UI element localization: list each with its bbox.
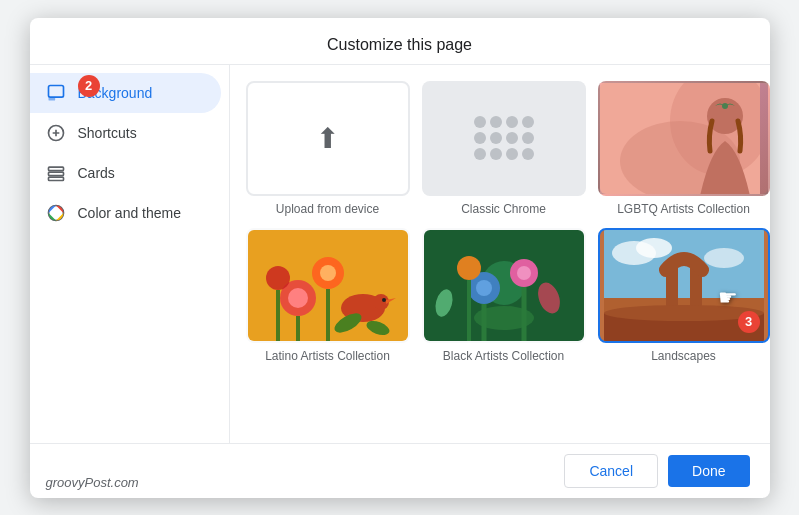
grid-item-lgbtq[interactable]: LGBTQ Artists Collection <box>598 81 770 216</box>
background-icon <box>46 83 66 103</box>
svg-point-32 <box>517 266 531 280</box>
svg-rect-5 <box>48 177 63 180</box>
background-badge: 2 <box>78 75 100 97</box>
grid-item-latino[interactable]: Latino Artists Collection <box>246 228 410 363</box>
upload-thumb: ⬆ <box>246 81 410 196</box>
customize-dialog: Customize this page Background 2 <box>30 18 770 498</box>
svg-rect-1 <box>48 97 55 100</box>
dialog-title: Customize this page <box>30 18 770 65</box>
sidebar: Background 2 Shortcuts <box>30 65 230 443</box>
sidebar-item-background[interactable]: Background 2 <box>30 73 221 113</box>
sidebar-item-cards[interactable]: Cards <box>30 153 221 193</box>
upload-label: Upload from device <box>276 202 379 216</box>
svg-rect-4 <box>48 172 63 175</box>
svg-point-44 <box>704 248 744 268</box>
latino-thumb <box>246 228 410 343</box>
svg-rect-0 <box>48 85 63 97</box>
grid-item-upload[interactable]: ⬆ Upload from device <box>246 81 410 216</box>
svg-point-33 <box>457 256 481 280</box>
shortcuts-icon <box>46 123 66 143</box>
grid-item-black-artists[interactable]: Black Artists Collection <box>422 228 586 363</box>
svg-point-43 <box>636 238 672 258</box>
dialog-footer: Cancel Done <box>30 443 770 498</box>
upload-icon: ⬆ <box>316 122 339 155</box>
classic-chrome-thumb <box>422 81 586 196</box>
sidebar-cards-label: Cards <box>78 165 115 181</box>
grid-item-landscapes[interactable]: 3 ☛ Landscapes <box>598 228 770 363</box>
lgbtq-art <box>600 83 768 194</box>
lgbtq-thumb <box>598 81 770 196</box>
cards-icon <box>46 163 66 183</box>
grid-item-classic-chrome[interactable]: Classic Chrome <box>422 81 586 216</box>
classic-dots-pattern <box>424 108 584 168</box>
watermark: groovyPost.com <box>46 475 139 490</box>
svg-point-14 <box>288 288 308 308</box>
sidebar-color-theme-label: Color and theme <box>78 205 182 221</box>
landscapes-badge: 3 <box>738 311 760 333</box>
sidebar-item-color-theme[interactable]: Color and theme <box>30 193 221 233</box>
background-grid: ⬆ Upload from device Classic Chrome <box>246 81 754 363</box>
cancel-button[interactable]: Cancel <box>564 454 658 488</box>
svg-point-24 <box>382 298 386 302</box>
landscapes-label: Landscapes <box>651 349 716 363</box>
svg-point-11 <box>722 103 728 109</box>
content-area: ⬆ Upload from device Classic Chrome <box>230 65 770 443</box>
svg-rect-3 <box>48 167 63 170</box>
black-artists-label: Black Artists Collection <box>443 349 564 363</box>
color-theme-icon <box>46 203 66 223</box>
sidebar-shortcuts-label: Shortcuts <box>78 125 137 141</box>
dialog-body: Background 2 Shortcuts <box>30 65 770 443</box>
landscapes-thumb: 3 ☛ <box>598 228 770 343</box>
svg-point-16 <box>320 265 336 281</box>
done-button[interactable]: Done <box>668 455 749 487</box>
sidebar-item-shortcuts[interactable]: Shortcuts <box>30 113 221 153</box>
svg-point-17 <box>266 266 290 290</box>
lgbtq-label: LGBTQ Artists Collection <box>617 202 750 216</box>
svg-point-30 <box>476 280 492 296</box>
classic-chrome-label: Classic Chrome <box>461 202 546 216</box>
latino-label: Latino Artists Collection <box>265 349 390 363</box>
black-artists-thumb <box>422 228 586 343</box>
